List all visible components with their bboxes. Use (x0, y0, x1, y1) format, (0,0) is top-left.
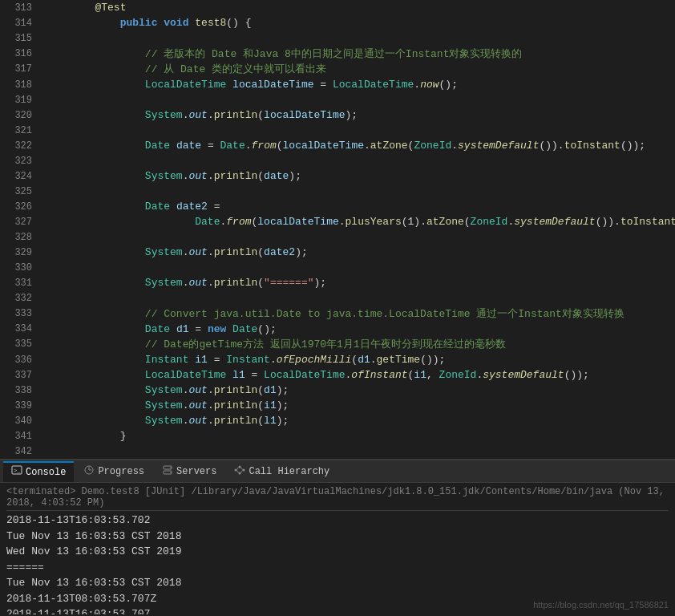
line-number-341: 341 (0, 431, 42, 442)
svg-line-11 (237, 467, 239, 469)
line-number-329: 329 (0, 247, 42, 258)
code-line-341: 341 } (0, 428, 675, 444)
line-number-321: 321 (0, 125, 42, 136)
line-number-340: 340 (0, 415, 42, 427)
watermark: https://blog.csdn.net/qq_17586821 (533, 600, 669, 610)
svg-text:>_: >_ (14, 468, 21, 474)
code-line-342: 342 (0, 444, 675, 459)
svg-line-12 (237, 470, 239, 472)
code-line-320: 320 System.out.println(localDateTime); (0, 107, 675, 123)
code-line-318: 318 LocalDateTime localDateTime = LocalD… (0, 77, 675, 92)
line-number-326: 326 (0, 201, 42, 213)
line-number-320: 320 (0, 110, 42, 121)
line-number-334: 334 (0, 323, 42, 334)
line-number-325: 325 (0, 186, 42, 197)
console-line-1: 2018-11-13T16:03:53.702 (6, 513, 669, 529)
bottom-panel: >_ Console Progress (0, 460, 675, 616)
line-number-314: 314 (0, 18, 42, 29)
code-line-314: 314 public void test8() { (0, 15, 675, 30)
console-icon: >_ (11, 465, 22, 480)
line-number-316: 316 (0, 48, 42, 59)
svg-line-13 (241, 467, 243, 469)
line-number-338: 338 (0, 385, 42, 396)
line-number-315: 315 (0, 33, 42, 44)
svg-point-6 (170, 472, 172, 473)
tab-servers-label: Servers (176, 466, 216, 477)
tab-call-hierarchy-label: Call Hierarchy (249, 466, 329, 477)
line-number-332: 332 (0, 293, 42, 304)
svg-point-7 (235, 468, 237, 471)
svg-point-5 (170, 467, 172, 468)
console-output: 2018-11-13T16:03:53.702 Tue Nov 13 16:03… (6, 513, 669, 614)
console-line-5: Tue Nov 13 16:03:53 CST 2018 (6, 575, 669, 591)
svg-point-9 (239, 472, 241, 474)
line-number-318: 318 (0, 79, 42, 91)
breakpoint-314 (5, 20, 11, 26)
line-number-339: 339 (0, 400, 42, 411)
line-number-333: 333 (0, 308, 42, 319)
svg-point-10 (243, 468, 245, 471)
code-editor: 313 @Test 314 public void test8() { 315 (0, 0, 675, 460)
code-line-322: 322 Date date = Date.from(localDateTime.… (0, 138, 675, 153)
svg-point-8 (239, 465, 241, 468)
line-number-335: 335 (0, 338, 42, 350)
panel-tabs: >_ Console Progress (0, 460, 675, 483)
line-number-317: 317 (0, 63, 42, 75)
code-line-324: 324 System.out.println(date); (0, 168, 675, 184)
breakpoint-313 (5, 5, 11, 11)
tab-console[interactable]: >_ Console (3, 461, 74, 482)
console-line-2: Tue Nov 13 16:03:53 CST 2018 (6, 529, 669, 545)
tab-call-hierarchy[interactable]: Call Hierarchy (226, 461, 338, 482)
line-number-331: 331 (0, 278, 42, 289)
tab-progress-label: Progress (98, 466, 144, 477)
line-content-342 (42, 445, 675, 457)
tab-console-label: Console (26, 467, 66, 478)
tab-servers[interactable]: Servers (154, 461, 224, 482)
line-number-336: 336 (0, 355, 42, 366)
line-number-324: 324 (0, 171, 42, 182)
progress-icon (83, 464, 95, 479)
console-line-4: ====== (6, 560, 669, 576)
code-lines: 313 @Test 314 public void test8() { 315 (0, 0, 675, 459)
line-number-337: 337 (0, 370, 42, 381)
code-line-329: 329 System.out.println(date2); (0, 245, 675, 260)
call-hierarchy-icon (234, 464, 245, 479)
servers-icon (162, 464, 173, 479)
console-line-3: Wed Nov 13 16:03:53 CST 2019 (6, 544, 669, 560)
svg-line-14 (241, 470, 243, 472)
console-status: <terminated> Demo.test8 [JUnit] /Library… (6, 484, 669, 511)
code-line-327: 327 Date.from(localDateTime.plusYears(1)… (0, 214, 675, 229)
line-number-322: 322 (0, 140, 42, 152)
line-number-323: 323 (0, 156, 42, 167)
line-number-319: 319 (0, 95, 42, 106)
line-number-328: 328 (0, 232, 42, 243)
line-number-330: 330 (0, 262, 42, 274)
tab-progress[interactable]: Progress (75, 461, 152, 482)
panel-content: <terminated> Demo.test8 [JUnit] /Library… (0, 483, 675, 616)
line-number-327: 327 (0, 217, 42, 228)
line-number-313: 313 (0, 2, 42, 14)
line-number-342: 342 (0, 446, 42, 457)
code-line-331: 331 System.out.println("======"); (0, 275, 675, 290)
